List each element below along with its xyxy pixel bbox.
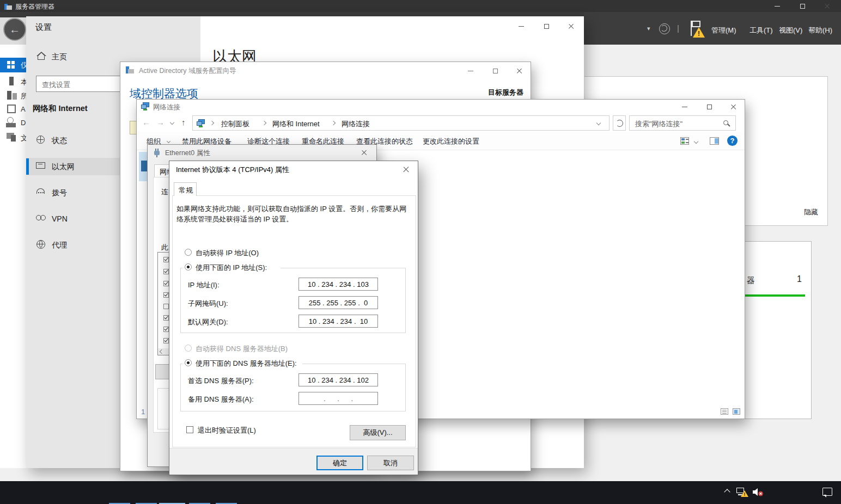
nc-address-dropdown-icon[interactable]: [596, 121, 601, 125]
crumb-sep-icon: [210, 121, 214, 125]
sm-refresh-icon[interactable]: [659, 23, 670, 34]
sm-back-button[interactable]: ←: [3, 18, 26, 41]
validate-on-exit-label[interactable]: 退出时验证设置(L): [198, 426, 256, 435]
tray-network-icon[interactable]: !: [736, 487, 748, 497]
tile-status-green-bar: [745, 294, 805, 297]
eth-item-checkbox[interactable]: [163, 315, 169, 321]
nc-view-options-icon[interactable]: [680, 137, 689, 145]
sm-sidebar: 仪 本 所 A D 文: [0, 45, 26, 468]
eth-close-button[interactable]: [357, 147, 371, 158]
nc-titlebar[interactable]: 网络连接: [137, 100, 745, 114]
settings-minimize-button[interactable]: [514, 21, 528, 32]
settings-close-button[interactable]: [564, 21, 578, 32]
sm-sidebar-item-dns[interactable]: D: [0, 116, 26, 130]
sm-close-button[interactable]: [820, 1, 834, 11]
sm-sidebar-item-file-storage[interactable]: 文: [0, 131, 26, 145]
ad-wizard-close-button[interactable]: [513, 65, 527, 76]
preferred-dns-field[interactable]: 10 . 234 . 234 . 102: [298, 373, 378, 386]
ad-wizard-minimize-button[interactable]: [464, 65, 478, 76]
vpn-icon2: [40, 215, 46, 220]
settings-maximize-button[interactable]: [539, 21, 553, 32]
view-dropdown-icon[interactable]: [694, 139, 698, 144]
eth-connect-label-fragment: 连: [161, 187, 168, 197]
default-gateway-field[interactable]: 10 . 234 . 234 . 10: [298, 315, 378, 328]
settings-window-title[interactable]: 设置: [35, 22, 52, 33]
cancel-button[interactable]: 取消: [367, 456, 414, 470]
notifications-flag-icon[interactable]: !: [690, 21, 706, 38]
sm-menu-help[interactable]: 帮助(H): [808, 26, 832, 35]
nc-preview-pane-icon[interactable]: [710, 137, 719, 145]
tray-volume-muted-icon[interactable]: [752, 487, 764, 497]
ad-wizard-maximize-button[interactable]: [488, 65, 502, 76]
nc-minimize-button[interactable]: [678, 101, 692, 112]
nc-back-icon[interactable]: ←: [142, 118, 150, 127]
nc-toolbar-change-settings[interactable]: 更改此连接的设置: [423, 137, 479, 146]
tcp-tab-general[interactable]: 常规: [174, 182, 197, 196]
crumb-network-connections[interactable]: 网络连接: [342, 119, 370, 129]
tcp-titlebar[interactable]: Internet 协议版本 4 (TCP/IPv4) 属性: [169, 161, 418, 177]
sm-roles-tile[interactable]: 器 1: [745, 241, 812, 419]
action-center-icon[interactable]: [822, 488, 832, 496]
auto-ip-label[interactable]: 自动获得 IP 地址(O): [196, 248, 259, 258]
validate-on-exit-checkbox[interactable]: [186, 426, 193, 433]
eth-item-checkbox[interactable]: [163, 338, 169, 343]
alternate-dns-label: 备用 DNS 服务器(A):: [188, 395, 254, 404]
tcp-close-button[interactable]: [399, 164, 413, 175]
sm-band-dropdown-icon[interactable]: ▾: [647, 25, 650, 32]
subnet-mask-field[interactable]: 255 . 255 . 255 . 0: [298, 296, 378, 309]
search-icon[interactable]: [723, 120, 728, 125]
crumb-control-panel[interactable]: 控制面板: [221, 119, 249, 129]
nc-forward-icon[interactable]: →: [156, 118, 164, 127]
eth-item-checkbox[interactable]: [163, 327, 169, 332]
tcp-description: 如果网络支持此功能，则可以获取自动指派的 IP 设置。否则，你需要从网络系统管理…: [176, 204, 410, 224]
ad-wizard-titlebar[interactable]: Active Directory 域服务配置向导: [120, 62, 531, 79]
eth-item-checkbox[interactable]: [163, 292, 169, 298]
default-gateway-label: 默认网关(D):: [188, 317, 228, 327]
nc-status-count: 1: [141, 408, 145, 416]
sm-maximize-button[interactable]: [795, 1, 809, 11]
sm-hide-link[interactable]: 隐藏: [804, 207, 818, 217]
nc-history-chevron-icon[interactable]: [170, 120, 174, 125]
ad-wizard-title: Active Directory 域服务配置向导: [139, 66, 236, 76]
manual-dns-label[interactable]: 使用下面的 DNS 服务器地址(E):: [196, 359, 297, 368]
status-thumbnail-view-icon[interactable]: [733, 408, 740, 415]
sm-menu-view[interactable]: 视图(V): [779, 26, 802, 35]
nc-up-icon[interactable]: ↑: [181, 118, 186, 127]
manual-ip-radio[interactable]: [185, 263, 192, 271]
dns-server-icon: [6, 123, 16, 127]
status-list-view-icon[interactable]: [721, 408, 728, 415]
eth-item-checkbox[interactable]: [163, 269, 169, 274]
eth-item-checkbox[interactable]: [163, 257, 169, 262]
ok-button[interactable]: 确定: [316, 456, 363, 470]
eth-item-checkbox[interactable]: [163, 304, 169, 309]
eth-item-checkbox[interactable]: [163, 281, 169, 286]
eth-title: Ethernet0 属性: [165, 149, 210, 158]
alternate-dns-field[interactable]: . . .: [298, 392, 378, 405]
nc-search-input[interactable]: 搜索"网络连接": [629, 115, 736, 131]
sm-menu-manage[interactable]: 管理(M): [711, 26, 736, 35]
ip-address-field[interactable]: 10 . 234 . 234 . 103: [298, 278, 378, 291]
eth-items-label-fragment: 此: [161, 243, 168, 253]
eth-titlebar[interactable]: Ethernet0 属性: [148, 145, 376, 161]
sm-sidebar-item-ad-ds[interactable]: A: [0, 103, 26, 116]
organize-dropdown-icon[interactable]: [167, 139, 170, 143]
crumb-network-internet[interactable]: 网络和 Internet: [272, 119, 320, 129]
nc-close-button[interactable]: [727, 101, 741, 112]
help-icon[interactable]: ?: [727, 136, 738, 146]
sm-menu-tools[interactable]: 工具(T): [749, 26, 773, 35]
auto-ip-radio[interactable]: [185, 249, 192, 256]
advanced-button[interactable]: 高级(V)...: [350, 425, 406, 440]
sm-minimize-button[interactable]: [770, 1, 784, 11]
server-manager-titlebar[interactable]: [0, 0, 841, 12]
tray-chevron-up-icon[interactable]: [725, 490, 730, 495]
sm-sidebar-item-all-servers[interactable]: 所: [0, 89, 26, 102]
sm-sidebar-item-local-server[interactable]: 本: [0, 75, 26, 88]
manual-ip-label[interactable]: 使用下面的 IP 地址(S):: [196, 263, 267, 273]
auto-dns-radio[interactable]: [185, 345, 192, 352]
sm-sidebar-item-dashboard[interactable]: 仪: [0, 58, 26, 72]
nc-maximize-button[interactable]: [702, 101, 716, 112]
manual-dns-radio[interactable]: [185, 359, 192, 366]
nc-refresh-button[interactable]: [613, 115, 626, 131]
nc-breadcrumb[interactable]: 控制面板 网络和 Internet 网络连接: [192, 115, 610, 131]
nc-search-placeholder: 搜索"网络连接": [635, 119, 682, 129]
